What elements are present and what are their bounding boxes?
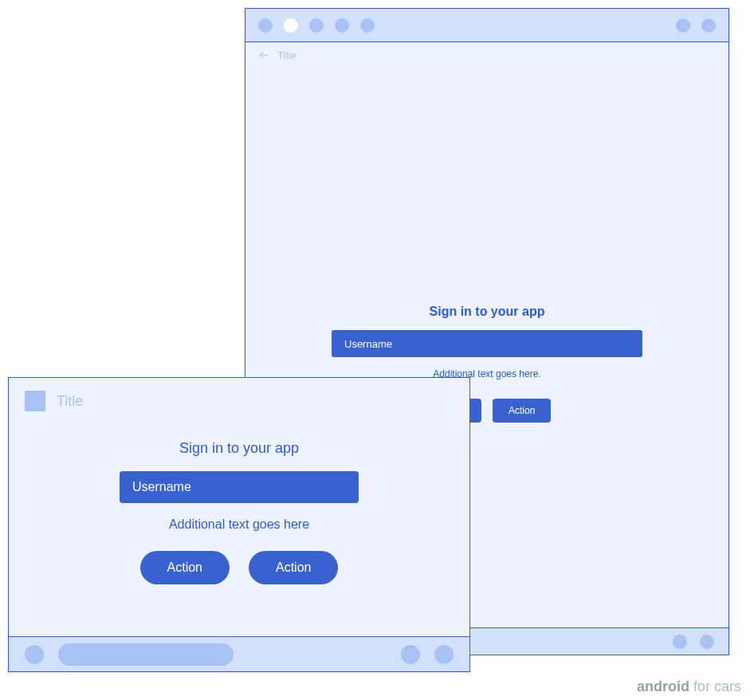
nav-dot-icon[interactable] <box>25 645 44 664</box>
signin-headline: Sign in to your app <box>430 305 545 319</box>
phone-content: Sign in to your app Username Additional … <box>9 411 469 584</box>
action-button-2[interactable]: Action <box>249 551 338 584</box>
username-input-text: Username <box>132 480 191 494</box>
brand-name: android <box>637 678 689 694</box>
status-dot-icon <box>360 18 375 33</box>
status-dot-icon <box>335 18 349 33</box>
status-dot-icon <box>258 18 273 33</box>
phone-app-bar: Title <box>9 378 469 411</box>
tablet-app-bar: Title <box>245 42 728 68</box>
username-input[interactable]: Username <box>332 330 642 357</box>
username-input-text: Username <box>344 338 392 350</box>
status-dot-icon <box>309 18 324 33</box>
action-button-2[interactable]: Action <box>493 399 551 423</box>
username-input[interactable]: Username <box>120 471 359 503</box>
nav-pill-icon[interactable] <box>58 643 234 666</box>
signin-headline: Sign in to your app <box>179 440 299 457</box>
signin-additional-text: Additional text goes here <box>169 517 309 532</box>
tablet-status-bar <box>245 9 728 42</box>
status-dot-icon <box>676 18 690 33</box>
app-bar-title: Title <box>277 49 296 61</box>
status-dot-icon <box>284 18 298 33</box>
app-icon <box>25 391 45 411</box>
signin-actions: Action Action <box>140 551 339 584</box>
nav-dot-icon[interactable] <box>401 645 420 664</box>
back-arrow-icon[interactable] <box>258 49 269 61</box>
action-button-1[interactable]: Action <box>140 551 230 584</box>
nav-dot-icon[interactable] <box>700 635 714 649</box>
app-bar-title: Title <box>57 393 83 410</box>
status-dot-icon <box>701 18 716 33</box>
nav-dot-icon[interactable] <box>673 635 687 649</box>
brand-rest: for cars <box>689 678 741 694</box>
phone-nav-bar <box>9 636 469 671</box>
nav-dot-icon[interactable] <box>434 645 454 664</box>
brand-caption: android for cars <box>637 678 741 695</box>
phone-frame: Title Sign in to your app Username Addit… <box>8 377 470 672</box>
